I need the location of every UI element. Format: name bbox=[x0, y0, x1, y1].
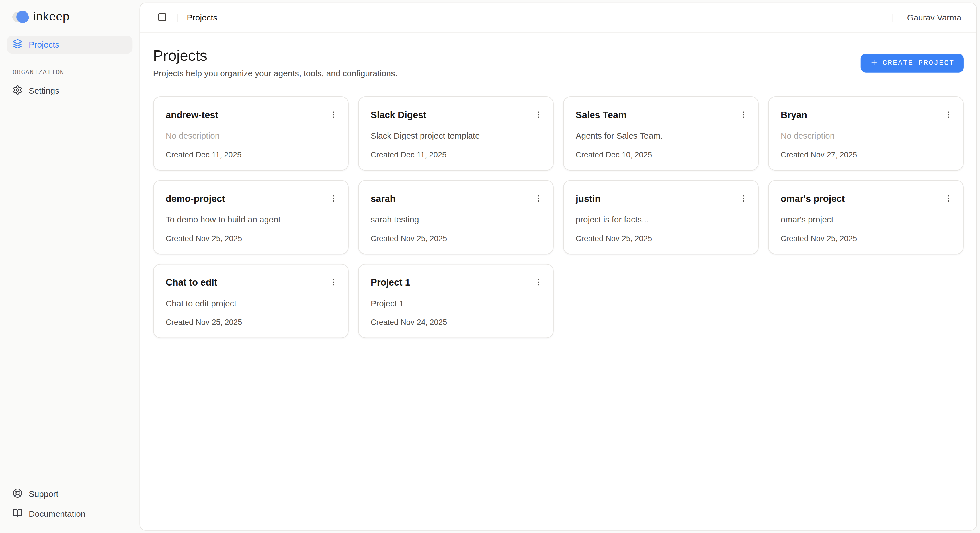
scale-wrapper: inkeep Projects ORGANIZATION Settings bbox=[0, 0, 980, 533]
sidebar-item-documentation[interactable]: Documentation bbox=[7, 505, 132, 523]
sidebar-item-settings[interactable]: Settings bbox=[7, 82, 132, 100]
sidebar-section-organization: ORGANIZATION bbox=[13, 68, 127, 76]
project-card-header: Project 1 bbox=[371, 274, 546, 290]
gear-icon bbox=[13, 85, 22, 97]
project-card[interactable]: Bryan No description Created Nov 27, 202… bbox=[768, 96, 964, 170]
project-card-header: Slack Digest bbox=[371, 107, 546, 122]
sidebar-item-projects[interactable]: Projects bbox=[7, 36, 132, 54]
user-menu[interactable]: Gaurav Varma bbox=[907, 13, 961, 22]
project-description: Agents for Sales Team. bbox=[576, 131, 751, 142]
project-name: Sales Team bbox=[576, 107, 627, 121]
kebab-icon bbox=[943, 193, 953, 203]
project-menu-button[interactable] bbox=[941, 191, 956, 206]
project-menu-button[interactable] bbox=[941, 107, 956, 122]
project-card[interactable]: Slack Digest Slack Digest project templa… bbox=[358, 96, 554, 170]
sidebar: inkeep Projects ORGANIZATION Settings bbox=[0, 0, 140, 533]
project-menu-button[interactable] bbox=[531, 107, 546, 122]
project-description: omar's project bbox=[781, 215, 956, 226]
project-card-header: demo-project bbox=[166, 191, 341, 206]
inkeep-logo-icon bbox=[12, 10, 29, 23]
book-open-icon bbox=[13, 508, 22, 520]
sidebar-item-support[interactable]: Support bbox=[7, 485, 132, 503]
project-description: Project 1 bbox=[371, 298, 546, 310]
page-title: Projects bbox=[153, 46, 398, 65]
projects-grid: andrew-test No description Created Dec 1… bbox=[153, 96, 964, 338]
kebab-icon bbox=[329, 193, 338, 203]
sidebar-item-label: Documentation bbox=[29, 509, 86, 519]
project-card[interactable]: Project 1 Project 1 Created Nov 24, 2025 bbox=[358, 264, 554, 338]
project-created-date: Created Nov 24, 2025 bbox=[371, 317, 546, 328]
page-content: Projects Projects help you organize your… bbox=[140, 33, 976, 530]
kebab-icon bbox=[943, 110, 953, 119]
page-header-text: Projects Projects help you organize your… bbox=[153, 46, 398, 79]
project-created-date: Created Nov 25, 2025 bbox=[166, 234, 341, 244]
project-menu-button[interactable] bbox=[531, 274, 546, 290]
sidebar-item-label: Settings bbox=[29, 86, 59, 95]
project-description: Chat to edit project bbox=[166, 298, 341, 310]
project-created-date: Created Nov 25, 2025 bbox=[781, 234, 956, 244]
lifebuoy-icon bbox=[13, 488, 22, 500]
kebab-icon bbox=[329, 277, 338, 287]
project-name: Chat to edit bbox=[166, 274, 217, 289]
project-created-date: Created Nov 25, 2025 bbox=[371, 234, 546, 244]
project-created-date: Created Dec 10, 2025 bbox=[576, 150, 751, 161]
sidebar-item-label: Support bbox=[29, 489, 58, 499]
inkeep-logo: inkeep bbox=[7, 9, 132, 36]
kebab-icon bbox=[738, 193, 748, 203]
project-name: andrew-test bbox=[166, 107, 218, 121]
project-card[interactable]: Sales Team Agents for Sales Team. Create… bbox=[563, 96, 759, 170]
project-card[interactable]: andrew-test No description Created Dec 1… bbox=[153, 96, 349, 170]
app-root: inkeep Projects ORGANIZATION Settings bbox=[0, 0, 980, 533]
project-menu-button[interactable] bbox=[531, 191, 546, 206]
project-menu-button[interactable] bbox=[326, 274, 341, 290]
project-card[interactable]: demo-project To demo how to build an age… bbox=[153, 180, 349, 254]
project-description: No description bbox=[781, 131, 956, 142]
project-description: No description bbox=[166, 131, 341, 142]
topbar: Projects Gaurav Varma bbox=[140, 3, 976, 33]
project-name: justin bbox=[576, 191, 601, 205]
project-description: sarah testing bbox=[371, 215, 546, 226]
project-card-header: Sales Team bbox=[576, 107, 751, 122]
project-card-header: Bryan bbox=[781, 107, 956, 122]
project-card[interactable]: Chat to edit Chat to edit project Create… bbox=[153, 264, 349, 338]
project-card-header: sarah bbox=[371, 191, 546, 206]
project-name: Bryan bbox=[781, 107, 807, 121]
project-created-date: Created Nov 25, 2025 bbox=[166, 317, 341, 328]
project-created-date: Created Nov 27, 2025 bbox=[781, 150, 956, 161]
project-created-date: Created Dec 11, 2025 bbox=[166, 150, 341, 161]
project-card[interactable]: justin project is for facts... Created N… bbox=[563, 180, 759, 254]
kebab-icon bbox=[534, 110, 543, 119]
project-name: sarah bbox=[371, 191, 396, 205]
project-card-header: omar's project bbox=[781, 191, 956, 206]
topbar-divider bbox=[892, 13, 893, 22]
create-project-button-label: CREATE PROJECT bbox=[883, 59, 955, 67]
breadcrumb[interactable]: Projects bbox=[187, 13, 217, 22]
project-card[interactable]: sarah sarah testing Created Nov 25, 2025 bbox=[358, 180, 554, 254]
project-menu-button[interactable] bbox=[736, 191, 751, 206]
project-card-header: justin bbox=[576, 191, 751, 206]
project-card-header: andrew-test bbox=[166, 107, 341, 122]
project-menu-button[interactable] bbox=[326, 107, 341, 122]
create-project-button[interactable]: CREATE PROJECT bbox=[861, 54, 964, 72]
kebab-icon bbox=[738, 110, 748, 119]
layers-icon bbox=[13, 39, 22, 51]
project-menu-button[interactable] bbox=[326, 191, 341, 206]
project-name: Project 1 bbox=[371, 274, 410, 289]
topbar-right: Gaurav Varma bbox=[892, 13, 961, 22]
kebab-icon bbox=[534, 193, 543, 203]
project-name: demo-project bbox=[166, 191, 225, 205]
panel-left-icon bbox=[157, 12, 167, 24]
page-header: Projects Projects help you organize your… bbox=[153, 46, 964, 79]
kebab-icon bbox=[534, 277, 543, 287]
kebab-icon bbox=[329, 110, 338, 119]
topbar-divider bbox=[177, 13, 178, 22]
logo-wordmark: inkeep bbox=[33, 10, 70, 24]
project-card[interactable]: omar's project omar's project Created No… bbox=[768, 180, 964, 254]
project-description: Slack Digest project template bbox=[371, 131, 546, 142]
sidebar-toggle-button[interactable] bbox=[155, 11, 169, 24]
plus-icon bbox=[870, 59, 878, 67]
project-name: omar's project bbox=[781, 191, 845, 205]
project-card-header: Chat to edit bbox=[166, 274, 341, 290]
project-menu-button[interactable] bbox=[736, 107, 751, 122]
project-created-date: Created Nov 25, 2025 bbox=[576, 234, 751, 244]
